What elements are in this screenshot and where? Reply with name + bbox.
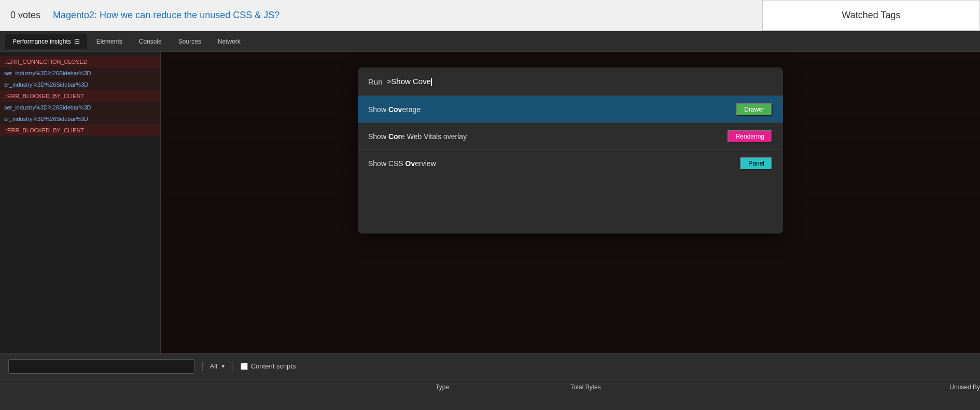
log-entry-2[interactable]: ser_industry%3D%26Sidebar%3D (0, 67, 160, 79)
log-entry-3[interactable]: er_industry%3D%26Sidebar%3D (0, 79, 160, 90)
content-scripts-label: Content scripts (251, 362, 296, 370)
command-result-core-web-vitals[interactable]: Show Core Web Vitals overlay Rendering (358, 123, 783, 150)
result-text-css-overview: Show CSS Overview (368, 159, 436, 168)
perf-tab-icon: ⊞ (74, 37, 80, 45)
badge-drawer[interactable]: Drawer (736, 103, 773, 116)
table-header-type: Type (436, 384, 449, 391)
badge-rendering[interactable]: Rendering (727, 130, 773, 143)
votes-count: 0 votes (10, 10, 40, 21)
bottom-bar: | All ▼ | Content scripts Type Total Byt… (0, 353, 980, 410)
result-text-core-web-vitals: Show Core Web Vitals overlay (368, 132, 467, 141)
content-scripts-checkbox[interactable] (241, 363, 248, 370)
page-title-link[interactable]: Magento2: How we can reduce the unused C… (53, 10, 279, 21)
dropdown-arrow-icon: ▼ (220, 363, 226, 369)
command-results-list: Show Coverage Drawer Show Core Web Vital… (358, 96, 783, 177)
devtools-main-content: ::ERR_CONNECTION_CLOSED ser_industry%3D%… (0, 52, 980, 353)
command-result-css-overview[interactable]: Show CSS Overview Panel (358, 150, 783, 177)
cursor-caret (431, 78, 432, 86)
watched-tags-box[interactable]: Watched Tags (762, 0, 980, 31)
tab-network[interactable]: Network (211, 34, 248, 49)
votes-section: 0 votes Magento2: How we can reduce the … (10, 10, 279, 21)
table-header-total-bytes: Total Bytes (570, 384, 601, 391)
tab-sources[interactable]: Sources (171, 34, 208, 49)
tab-console[interactable]: Console (132, 34, 169, 49)
all-dropdown[interactable]: All ▼ (210, 362, 226, 370)
devtools-area: Performance insights ⊞ Elements Console … (0, 31, 980, 410)
log-entry-4: ::ERR_BLOCKED_BY_CLIENT (0, 90, 160, 102)
all-label: All (210, 362, 217, 370)
devtools-tabs: Performance insights ⊞ Elements Console … (0, 31, 980, 52)
log-entry-7: ::ERR_BLOCKED_BY_CLIENT (0, 125, 160, 136)
command-input-display[interactable]: >Show Cove (387, 77, 773, 86)
log-entry-1: ::ERR_CONNECTION_CLOSED (0, 56, 160, 67)
run-label: Run (368, 77, 383, 86)
log-entry-5[interactable]: ser_industry%3D%26Sidebar%3D (0, 102, 160, 113)
table-header-row: Type Total Bytes Unused By (0, 379, 980, 395)
browser-top-bar: 0 votes Magento2: How we can reduce the … (0, 0, 980, 31)
content-scripts-row: Content scripts (241, 362, 296, 370)
filter-divider-2: | (232, 361, 234, 372)
watched-tags-label: Watched Tags (842, 10, 900, 21)
command-palette-overlay: Run >Show Cove Show Coverage Drawer (161, 52, 980, 353)
command-input-text: >Show Cove (387, 77, 432, 86)
filter-input[interactable] (8, 359, 195, 374)
result-text-show-coverage: Show Coverage (368, 105, 421, 114)
perf-tab-label: Performance insights (12, 38, 71, 45)
command-result-show-coverage[interactable]: Show Coverage Drawer (358, 96, 783, 123)
tab-performance-insights[interactable]: Performance insights ⊞ (5, 34, 87, 49)
command-input-row: Run >Show Cove (358, 67, 783, 96)
network-log-panel: ::ERR_CONNECTION_CLOSED ser_industry%3D%… (0, 52, 161, 353)
log-entry-6[interactable]: er_industry%3D%26Sidebar%3D (0, 113, 160, 125)
badge-panel[interactable]: Panel (740, 157, 773, 170)
command-palette: Run >Show Cove Show Coverage Drawer (358, 67, 783, 234)
filter-row: | All ▼ | Content scripts (0, 353, 980, 379)
filter-divider: | (201, 361, 204, 372)
table-header-unused-by: Unused By (949, 384, 980, 391)
tab-elements[interactable]: Elements (89, 34, 130, 49)
